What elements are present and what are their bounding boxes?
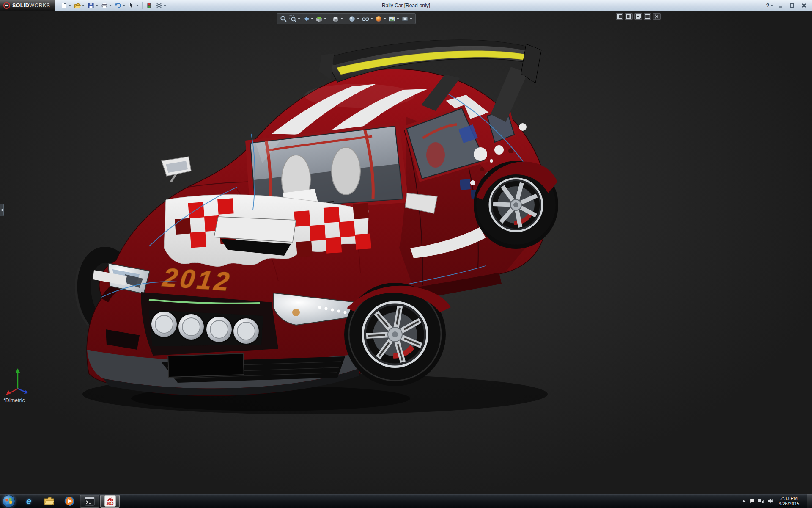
- section-view-button[interactable]: [315, 14, 327, 23]
- command-prompt-icon: [85, 497, 95, 506]
- minimize-button[interactable]: [775, 1, 786, 10]
- close-icon: [801, 3, 807, 8]
- close-pane-icon: [655, 14, 659, 19]
- taskbar-item-media-player[interactable]: [60, 495, 79, 508]
- close-button[interactable]: [798, 1, 809, 10]
- hood-decal[interactable]: 2012: [161, 262, 233, 296]
- hidden-icons-button[interactable]: [741, 497, 746, 505]
- apply-scene-button[interactable]: [387, 14, 400, 23]
- expand-left-pane-button[interactable]: [616, 13, 623, 20]
- rear-right-wheel[interactable]: [474, 161, 558, 249]
- brand-text: SOLIDWORKS: [12, 3, 50, 8]
- close-pane-button[interactable]: [653, 13, 661, 20]
- hide-show-items-button[interactable]: [361, 14, 374, 23]
- system-tray: 2:33 PM 6/26/2015: [741, 494, 812, 508]
- open-button[interactable]: [73, 1, 86, 10]
- taskbar-item-internet-explorer[interactable]: e: [19, 495, 38, 508]
- action-center-flag-icon: [749, 498, 755, 503]
- viewport-corner-controls: [616, 13, 661, 20]
- media-player-icon: [64, 496, 74, 506]
- front-right-wheel[interactable]: [344, 283, 451, 386]
- apply-scene-icon: [388, 15, 395, 22]
- start-button[interactable]: [3, 495, 15, 508]
- clock-time: 2:33 PM: [779, 496, 799, 501]
- show-desktop-button[interactable]: [807, 494, 812, 508]
- heads-up-view-toolbar: [277, 13, 416, 24]
- section-view-icon: [315, 15, 323, 22]
- license-plate: [168, 353, 244, 377]
- view-orientation-button[interactable]: [331, 14, 344, 23]
- orientation-triad: [5, 366, 35, 395]
- network-icon: [758, 498, 764, 503]
- hidden-icons-chevron-icon: [741, 499, 746, 503]
- open-icon: [74, 2, 81, 9]
- window-title: Rally Car [Read-only]: [382, 3, 430, 8]
- view-settings-icon: [401, 15, 409, 22]
- front-grille[interactable]: [141, 292, 278, 356]
- volume-button[interactable]: [767, 497, 773, 505]
- print-button[interactable]: [100, 1, 113, 10]
- taskbar-item-command-prompt[interactable]: [80, 495, 99, 508]
- expand-right-pane-button[interactable]: [625, 13, 633, 20]
- save-icon: [88, 2, 94, 9]
- mirror-left[interactable]: [162, 157, 191, 182]
- solidworks-logo-icon: [3, 2, 10, 9]
- restore-icon: [636, 14, 641, 19]
- volume-icon: [767, 498, 773, 503]
- left-panel-expand-handle[interactable]: [0, 204, 4, 216]
- zoom-fit-button[interactable]: [279, 14, 288, 23]
- maximize-pane-icon: [645, 14, 650, 19]
- display-style-icon: [348, 15, 356, 22]
- graphics-area[interactable]: 2012: [0, 11, 812, 494]
- previous-view-icon: [302, 15, 310, 22]
- display-style-button[interactable]: [348, 14, 360, 23]
- zoom-fit-icon: [280, 15, 287, 22]
- solidworks-window: SOLIDWORKS: [0, 0, 812, 508]
- maximize-icon: [790, 3, 795, 8]
- windows-flag-icon: [5, 498, 12, 505]
- network-button[interactable]: [758, 497, 764, 505]
- solidworks-logo[interactable]: SOLIDWORKS: [0, 0, 55, 11]
- select-button[interactable]: [127, 1, 140, 10]
- new-file-button[interactable]: [59, 1, 72, 10]
- undo-icon: [115, 2, 121, 9]
- zoom-area-button[interactable]: [288, 14, 301, 23]
- taskbar-item-solidworks[interactable]: 2015: [100, 495, 120, 508]
- new-file-icon: [60, 2, 67, 9]
- folder-icon: [44, 497, 55, 506]
- save-button[interactable]: [86, 1, 99, 10]
- options-button[interactable]: [154, 1, 167, 10]
- view-settings-button[interactable]: [401, 14, 413, 23]
- solidworks-app-icon: 2015: [104, 495, 116, 507]
- options-gear-icon: [156, 2, 162, 9]
- maximize-button[interactable]: [787, 1, 798, 10]
- edit-appearance-button[interactable]: [374, 14, 387, 23]
- zoom-area-icon: [289, 15, 296, 22]
- clock-date: 6/26/2015: [779, 501, 799, 507]
- action-center-button[interactable]: [749, 497, 755, 505]
- rally-car-model[interactable]: 2012: [0, 11, 812, 494]
- edit-appearance-icon: [375, 15, 382, 22]
- restore-pane-button[interactable]: [634, 13, 642, 20]
- internet-explorer-icon: e: [26, 497, 31, 506]
- maximize-pane-button[interactable]: [644, 13, 651, 20]
- rebuild-button[interactable]: [145, 1, 154, 10]
- help-button[interactable]: ?: [765, 1, 774, 10]
- taskbar-item-file-explorer[interactable]: [39, 495, 59, 508]
- window-controls: ?: [765, 1, 812, 10]
- print-icon: [101, 2, 108, 9]
- chevron-left-icon: [1, 208, 3, 212]
- title-bar: SOLIDWORKS: [0, 0, 812, 11]
- taskbar-clock[interactable]: 2:33 PM 6/26/2015: [776, 496, 804, 507]
- undo-button[interactable]: [113, 1, 126, 10]
- hide-show-items-icon: [362, 15, 369, 22]
- previous-view-button[interactable]: [302, 14, 314, 23]
- expand-left-pane-icon: [617, 14, 622, 19]
- rebuild-icon: [146, 2, 153, 9]
- expand-right-pane-icon: [626, 14, 631, 19]
- select-cursor-icon: [128, 2, 135, 9]
- minimize-icon: [778, 3, 783, 8]
- titlebar-toolbar: [59, 1, 167, 10]
- view-orientation-icon: [332, 15, 339, 22]
- view-orientation-label: *Dimetric: [3, 398, 25, 403]
